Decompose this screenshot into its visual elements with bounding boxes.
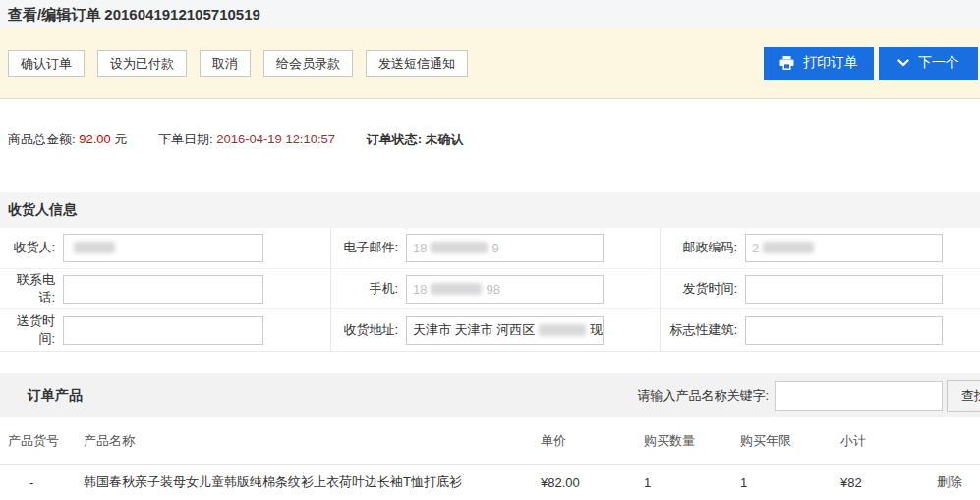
total-amount-unit: 元 <box>114 132 127 146</box>
toolbar-left: 确认订单 设为已付款 取消 给会员录款 发送短信通知 <box>8 50 468 77</box>
print-order-label: 打印订单 <box>803 54 858 72</box>
redacted-value <box>763 242 814 253</box>
product-sku: - <box>8 475 84 490</box>
products-table-header: 产品货号 产品名称 单价 购买数量 购买年限 小计 <box>0 417 980 465</box>
toolbar-right: 打印订单 下一个 <box>764 47 978 80</box>
order-date-label: 下单日期: <box>158 132 213 146</box>
column-header-unit-price: 单价 <box>541 432 644 450</box>
order-summary: 商品总金额: 92.00 元 下单日期: 2016-04-19 12:10:57… <box>0 99 980 192</box>
column-header-quantity: 购买数量 <box>644 432 740 450</box>
order-status: 订单状态: 未确认 <box>367 132 464 146</box>
order-date-value: 2016-04-19 12:10:57 <box>216 132 335 146</box>
consignee-section-header: 收货人信息 <box>0 192 980 228</box>
column-header-sku: 产品货号 <box>8 432 84 450</box>
product-search-button[interactable]: 查找 <box>947 380 980 412</box>
redacted-value <box>431 242 488 253</box>
landmark-field-label: 标志性建筑: <box>666 321 737 339</box>
set-paid-button[interactable]: 设为已付款 <box>97 50 187 77</box>
product-search-label: 请输入产品名称关键字: <box>637 387 769 405</box>
redacted-value <box>74 242 115 253</box>
product-unit-price: ¥82.00 <box>541 475 644 490</box>
next-order-label: 下一个 <box>918 54 959 72</box>
product-years: 1 <box>740 475 840 490</box>
field-email: 电子邮件: 189 <box>331 228 660 269</box>
product-name: 韩国春秋亲子装母女儿童韩版纯棉条纹衫上衣荷叶边长袖T恤打底衫 <box>84 473 541 491</box>
page-title: 查看/编辑订单 2016041912105710519 <box>8 6 972 25</box>
total-amount: 商品总金额: 92.00 元 <box>8 132 127 146</box>
ship-time-input[interactable] <box>745 275 943 304</box>
column-header-subtotal: 小计 <box>840 432 937 450</box>
address-value-suffix: 现7 <box>590 321 604 339</box>
column-header-years: 购买年限 <box>740 432 840 450</box>
send-sms-button[interactable]: 发送短信通知 <box>366 50 468 77</box>
phone-input[interactable] <box>63 275 263 304</box>
product-search-input[interactable] <box>775 381 943 411</box>
chevron-down-icon <box>897 59 909 67</box>
field-delivery-time: 送货时间: <box>0 309 330 351</box>
consignee-section-title: 收货人信息 <box>8 201 77 219</box>
product-quantity: 1 <box>644 475 740 490</box>
products-section-title: 订单产品 <box>28 387 83 405</box>
redacted-value <box>431 283 482 295</box>
consignee-input[interactable] <box>63 234 263 262</box>
title-bar: 查看/编辑订单 2016041912105710519 <box>0 0 980 28</box>
field-phone: 联系电话: <box>0 269 330 310</box>
consignee-field-label: 收货人: <box>6 239 55 256</box>
total-amount-label: 商品总金额: <box>8 132 76 146</box>
print-order-button[interactable]: 打印订单 <box>764 47 874 80</box>
printer-icon <box>779 56 794 70</box>
redacted-value <box>539 324 586 336</box>
column-header-name: 产品名称 <box>84 432 541 450</box>
toolbar: 确认订单 设为已付款 取消 给会员录款 发送短信通知 打印订单 下一个 <box>0 28 980 99</box>
consignee-form: 收货人: 联系电话: 送货时间: 电子邮件: 189 手机: 1898 收货地址… <box>0 228 980 352</box>
address-field-label: 收货地址: <box>337 321 398 339</box>
postcode-value-prefix: 2 <box>752 241 759 255</box>
form-column-1: 收货人: 联系电话: 送货时间: <box>0 228 331 351</box>
email-value-prefix: 18 <box>413 241 427 255</box>
confirm-order-button[interactable]: 确认订单 <box>8 50 85 77</box>
field-postcode: 邮政编码: 2 <box>661 228 980 269</box>
ship-time-field-label: 发货时间: <box>666 280 737 298</box>
field-address: 收货地址: 天津市 天津市 河西区现7 <box>331 309 660 351</box>
delete-product-link[interactable]: 删除 <box>937 474 962 489</box>
table-row: - 韩国春秋亲子装母女儿童韩版纯棉条纹衫上衣荷叶边长袖T恤打底衫 ¥82.00 … <box>0 465 980 500</box>
field-ship-time: 发货时间: <box>661 269 980 310</box>
order-status-value: 未确认 <box>426 132 464 146</box>
email-input[interactable]: 189 <box>406 234 604 262</box>
order-date: 下单日期: 2016-04-19 12:10:57 <box>158 132 335 146</box>
postcode-input[interactable]: 2 <box>745 234 943 262</box>
field-consignee: 收货人: <box>0 228 330 269</box>
cancel-button[interactable]: 取消 <box>200 50 251 77</box>
total-amount-value: 92.00 <box>79 132 111 146</box>
next-order-button[interactable]: 下一个 <box>879 47 978 80</box>
form-column-3: 邮政编码: 2 发货时间: 标志性建筑: <box>661 228 980 351</box>
address-value-prefix: 天津市 天津市 河西区 <box>413 321 535 339</box>
mobile-input[interactable]: 1898 <box>406 275 604 304</box>
delivery-time-field-label: 送货时间: <box>6 312 55 348</box>
email-value-suffix: 9 <box>491 241 498 255</box>
order-status-label: 订单状态: <box>367 132 422 146</box>
field-landmark: 标志性建筑: <box>661 309 980 351</box>
mobile-value-prefix: 18 <box>413 282 427 297</box>
mobile-field-label: 手机: <box>337 280 398 298</box>
products-section-header: 订单产品 请输入产品名称关键字: 查找 <box>0 373 980 417</box>
section-gap <box>0 352 980 373</box>
delivery-time-input[interactable] <box>63 316 263 345</box>
postcode-field-label: 邮政编码: <box>666 239 737 256</box>
landmark-input[interactable] <box>745 316 943 345</box>
address-input[interactable]: 天津市 天津市 河西区现7 <box>406 316 604 345</box>
record-member-payment-button[interactable]: 给会员录款 <box>263 50 353 77</box>
email-field-label: 电子邮件: <box>337 239 398 256</box>
product-subtotal: ¥82 <box>840 475 937 490</box>
field-mobile: 手机: 1898 <box>331 269 660 310</box>
product-search: 请输入产品名称关键字: 查找 <box>637 380 980 412</box>
phone-field-label: 联系电话: <box>6 271 55 306</box>
form-column-2: 电子邮件: 189 手机: 1898 收货地址: 天津市 天津市 河西区现7 <box>331 228 661 351</box>
mobile-value-suffix: 98 <box>486 282 499 297</box>
